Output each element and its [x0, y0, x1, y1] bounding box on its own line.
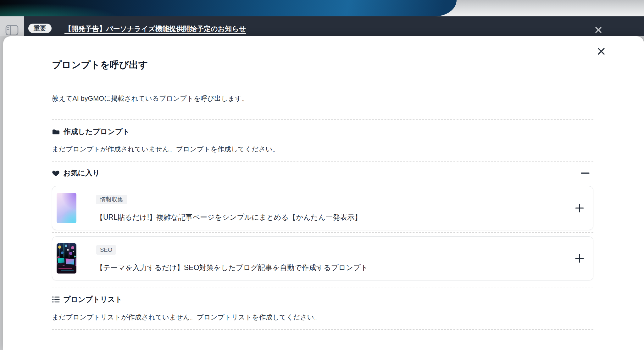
notification-close-button[interactable] — [594, 25, 603, 35]
heart-icon — [52, 169, 60, 177]
section-favorites: お気に入り — [52, 168, 593, 178]
favorite-prompt-card[interactable]: 情報収集 【URL貼るだけ!】複雑な記事ページをシンプルにまとめる【かんたん一発… — [52, 186, 593, 230]
panel-left-icon — [5, 25, 19, 36]
section-prompt-list: プロンプトリスト — [52, 295, 593, 304]
section-prompt-list-heading: プロンプトリスト — [63, 295, 122, 304]
plus-icon — [575, 203, 584, 213]
notification-bar: 重要 【開発予告】パーソナライズ機能提供開始予定のお知らせ — [0, 16, 644, 36]
prompt-title: 【URL貼るだけ!】複雑な記事ページをシンプルにまとめる【かんたん一発表示】 — [96, 213, 362, 222]
dashed-divider — [52, 161, 593, 162]
ad-banner-right-panel — [434, 0, 644, 16]
dashed-divider — [52, 119, 593, 120]
dashed-divider — [52, 232, 593, 233]
prompt-thumbnail-neon — [57, 243, 76, 274]
prompt-thumbnail-gradient — [57, 193, 76, 223]
section-favorites-heading: お気に入り — [63, 168, 100, 178]
modal-content: プロンプトを呼び出す 教えてAI byGMOに掲載されているプロンプトを呼び出し… — [52, 36, 593, 330]
prompt-list-empty-message: まだプロンプトリストが作成されていません。プロンプトリストを作成してください。 — [52, 313, 593, 322]
announcement-link[interactable]: 【開発予告】パーソナライズ機能提供開始予定のお知らせ — [64, 24, 246, 34]
dashed-divider — [52, 329, 593, 330]
call-prompt-modal: プロンプトを呼び出す 教えてAI byGMOに掲載されているプロンプトを呼び出し… — [3, 36, 644, 350]
prompt-card-text: SEO 【テーマを入力するだけ】SEO対策をしたブログ記事を自動で作成するプロン… — [96, 245, 409, 272]
favorites-collapse-button[interactable] — [580, 168, 590, 178]
ad-banner-left-panel — [0, 0, 457, 16]
important-badge: 重要 — [28, 24, 52, 33]
prompt-title: 【テーマを入力するだけ】SEO対策をしたブログ記事を自動で作成するプロンプト — [96, 263, 368, 272]
section-created-prompts: 作成したプロンプト — [52, 127, 593, 137]
plus-icon — [575, 254, 584, 263]
section-created-heading: 作成したプロンプト — [64, 127, 130, 137]
modal-description: 教えてAI byGMOに掲載されているプロンプトを呼び出します。 — [52, 94, 593, 103]
close-icon — [596, 46, 606, 56]
created-empty-message: まだプロンプトが作成されていません。プロンプトを作成してください。 — [52, 145, 593, 154]
prompt-card-text: 情報収集 【URL貼るだけ!】複雑な記事ページをシンプルにまとめる【かんたん一発… — [96, 195, 402, 222]
prompt-category-badge: SEO — [96, 245, 116, 255]
folder-icon — [52, 128, 60, 136]
add-prompt-button[interactable] — [574, 253, 585, 264]
favorite-prompt-card[interactable]: SEO 【テーマを入力するだけ】SEO対策をしたブログ記事を自動で作成するプロン… — [52, 236, 593, 280]
minus-icon — [581, 172, 590, 174]
modal-close-button[interactable] — [596, 46, 606, 56]
sidebar-toggle-button[interactable] — [5, 25, 19, 36]
dashed-divider — [52, 287, 593, 287]
modal-title: プロンプトを呼び出す — [52, 59, 593, 71]
prompt-category-badge: 情報収集 — [96, 195, 127, 204]
close-icon — [594, 25, 603, 35]
page-sidebar-strip — [0, 16, 24, 36]
list-icon — [52, 296, 60, 303]
add-prompt-button[interactable] — [574, 203, 585, 213]
